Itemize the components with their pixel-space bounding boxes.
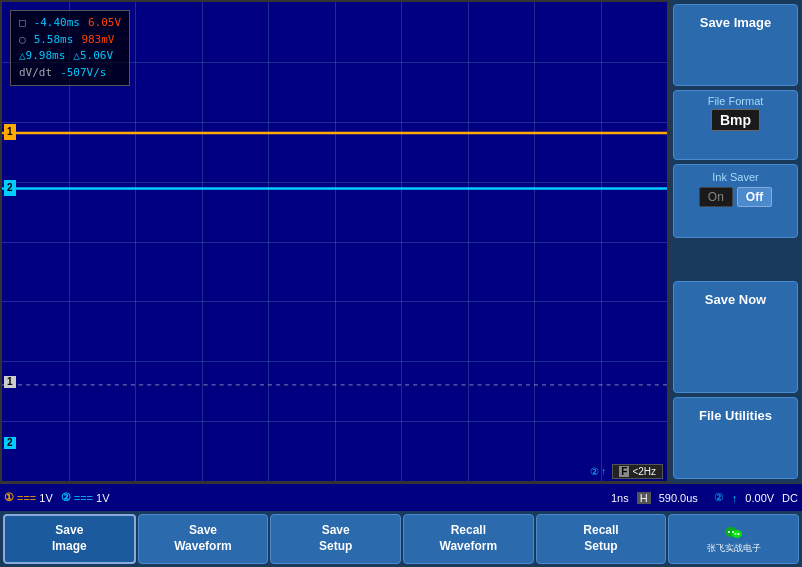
recall-setup-line2: Setup	[584, 539, 617, 555]
save-now-button[interactable]: Save Now	[673, 281, 798, 393]
save-setup-line2: Setup	[319, 539, 352, 555]
ink-saver-on-button[interactable]: On	[699, 187, 733, 207]
right-panel: Save Image File Format Bmp Ink Saver On …	[669, 0, 802, 483]
file-format-label: File Format	[678, 95, 793, 107]
svg-point-8	[737, 533, 739, 535]
recall-waveform-menu-button[interactable]: Recall Waveform	[403, 514, 534, 564]
h-val: 590.0us	[659, 492, 698, 504]
delta-voltage: △5.06V	[73, 48, 113, 65]
timebase-val: 1ns	[611, 492, 629, 504]
timebase-info: 1ns H 590.0us ② ↑ 0.00V DC	[611, 491, 798, 504]
ink-saver-off-button[interactable]: Off	[737, 187, 772, 207]
bottom-status-bar: ① === 1V ② === 1V 1ns H 590.0us ② ↑ 0.00…	[0, 483, 802, 511]
ink-saver-label: Ink Saver	[678, 171, 793, 183]
recall-waveform-line1: Recall	[451, 523, 486, 539]
save-setup-menu-button[interactable]: Save Setup	[270, 514, 401, 564]
delta-time: △9.98ms	[19, 48, 65, 65]
save-image-line2: Image	[52, 539, 87, 555]
cursor1-icon: □	[19, 15, 26, 32]
recall-setup-line1: Recall	[583, 523, 618, 539]
ink-saver-button[interactable]: Ink Saver On Off	[673, 164, 798, 238]
freq-f-icon: F	[619, 466, 629, 477]
ch2-trigger-arrow: ↑	[601, 466, 606, 477]
trigger-val: 0.00V	[745, 492, 774, 504]
ch2-trigger-info: ② ↑	[590, 466, 606, 477]
ch2-status-num: ②	[61, 491, 71, 504]
file-format-value: Bmp	[711, 109, 760, 131]
cursor1-voltage: 6.05V	[88, 15, 121, 32]
bottom-menu-bar: Save Image Save Waveform Save Setup Reca…	[0, 511, 802, 567]
trigger-mode: DC	[782, 492, 798, 504]
oscilloscope-screen: □ -4.40ms 6.05V ○ 5.58ms 983mV △9.98ms △…	[0, 0, 669, 483]
save-setup-line1: Save	[322, 523, 350, 539]
save-waveform-line2: Waveform	[174, 539, 232, 555]
h-icon: H	[637, 492, 651, 504]
ch2-status-sep: ===	[74, 492, 93, 504]
dvdt-value: -507V/s	[60, 65, 106, 82]
svg-point-6	[732, 531, 734, 533]
wechat-file-label-button[interactable]: 张飞实战电子	[668, 514, 799, 564]
trigger-arrow: ↑	[732, 492, 738, 504]
ink-saver-toggle: On Off	[678, 187, 793, 207]
ch1-status: ① === 1V	[4, 491, 53, 504]
cursor1-time: -4.40ms	[34, 15, 80, 32]
recall-waveform-line2: Waveform	[440, 539, 498, 555]
svg-point-7	[734, 533, 736, 535]
measurements-overlay: □ -4.40ms 6.05V ○ 5.58ms 983mV △9.98ms △…	[10, 10, 130, 86]
wechat-label: 张飞实战电子	[707, 542, 761, 555]
trigger-level-marker: 1	[4, 376, 16, 388]
scope-bottom-info: ② ↑ F <2Hz	[590, 464, 663, 479]
dvdt-label: dV/dt	[19, 65, 52, 82]
ch1-status-sep: ===	[17, 492, 36, 504]
svg-point-5	[728, 531, 730, 533]
save-image-line1: Save	[55, 523, 83, 539]
freq-display: F <2Hz	[612, 464, 663, 479]
ch2-trigger-num: ②	[590, 466, 599, 477]
ch2-status-val: 1V	[96, 492, 109, 504]
ch1-marker: 1	[4, 124, 16, 140]
ch1-status-val: 1V	[39, 492, 52, 504]
file-format-button[interactable]: File Format Bmp	[673, 90, 798, 160]
ch2-zero-marker: 2	[4, 437, 16, 449]
cursor2-icon: ○	[19, 32, 26, 49]
recall-setup-menu-button[interactable]: Recall Setup	[536, 514, 667, 564]
cursor2-voltage: 983mV	[81, 32, 114, 49]
cursor2-time: 5.58ms	[34, 32, 74, 49]
save-image-menu-button[interactable]: Save Image	[3, 514, 136, 564]
ch2-marker: 2	[4, 180, 16, 196]
ch2-status: ② === 1V	[61, 491, 110, 504]
ch1-status-num: ①	[4, 491, 14, 504]
trigger-ch: ②	[714, 491, 724, 504]
save-waveform-line1: Save	[189, 523, 217, 539]
save-waveform-menu-button[interactable]: Save Waveform	[138, 514, 269, 564]
freq-value: <2Hz	[632, 466, 656, 477]
wechat-icon	[723, 524, 745, 542]
save-image-button[interactable]: Save Image	[673, 4, 798, 86]
file-utilities-button[interactable]: File Utilities	[673, 397, 798, 479]
